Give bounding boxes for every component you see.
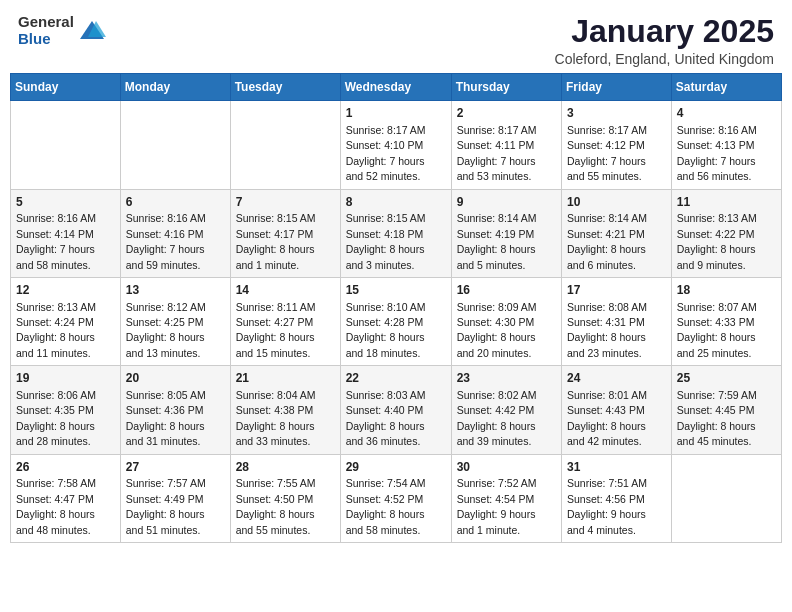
calendar-cell: 16Sunrise: 8:09 AM Sunset: 4:30 PM Dayli…	[451, 277, 561, 365]
day-detail: Sunrise: 8:17 AM Sunset: 4:12 PM Dayligh…	[567, 124, 647, 182]
calendar-cell: 29Sunrise: 7:54 AM Sunset: 4:52 PM Dayli…	[340, 454, 451, 542]
day-number: 29	[346, 459, 446, 476]
day-number: 6	[126, 194, 225, 211]
day-number: 10	[567, 194, 666, 211]
calendar-cell	[120, 101, 230, 189]
calendar-table: SundayMondayTuesdayWednesdayThursdayFrid…	[10, 73, 782, 543]
day-detail: Sunrise: 8:13 AM Sunset: 4:22 PM Dayligh…	[677, 212, 757, 270]
day-detail: Sunrise: 8:09 AM Sunset: 4:30 PM Dayligh…	[457, 301, 537, 359]
day-detail: Sunrise: 8:10 AM Sunset: 4:28 PM Dayligh…	[346, 301, 426, 359]
day-detail: Sunrise: 8:02 AM Sunset: 4:42 PM Dayligh…	[457, 389, 537, 447]
calendar-cell	[230, 101, 340, 189]
logo-blue: Blue	[18, 31, 74, 48]
header-day-monday: Monday	[120, 74, 230, 101]
day-number: 28	[236, 459, 335, 476]
day-detail: Sunrise: 8:07 AM Sunset: 4:33 PM Dayligh…	[677, 301, 757, 359]
calendar-cell: 18Sunrise: 8:07 AM Sunset: 4:33 PM Dayli…	[671, 277, 781, 365]
day-detail: Sunrise: 8:15 AM Sunset: 4:18 PM Dayligh…	[346, 212, 426, 270]
calendar-cell: 26Sunrise: 7:58 AM Sunset: 4:47 PM Dayli…	[11, 454, 121, 542]
day-detail: Sunrise: 8:16 AM Sunset: 4:16 PM Dayligh…	[126, 212, 206, 270]
header-day-wednesday: Wednesday	[340, 74, 451, 101]
calendar-cell: 5Sunrise: 8:16 AM Sunset: 4:14 PM Daylig…	[11, 189, 121, 277]
day-detail: Sunrise: 8:11 AM Sunset: 4:27 PM Dayligh…	[236, 301, 316, 359]
day-detail: Sunrise: 8:04 AM Sunset: 4:38 PM Dayligh…	[236, 389, 316, 447]
calendar-week-4: 19Sunrise: 8:06 AM Sunset: 4:35 PM Dayli…	[11, 366, 782, 454]
day-number: 30	[457, 459, 556, 476]
calendar-cell: 4Sunrise: 8:16 AM Sunset: 4:13 PM Daylig…	[671, 101, 781, 189]
day-detail: Sunrise: 7:54 AM Sunset: 4:52 PM Dayligh…	[346, 477, 426, 535]
title-block: January 2025 Coleford, England, United K…	[555, 14, 774, 67]
day-detail: Sunrise: 8:17 AM Sunset: 4:11 PM Dayligh…	[457, 124, 537, 182]
day-number: 11	[677, 194, 776, 211]
day-detail: Sunrise: 8:15 AM Sunset: 4:17 PM Dayligh…	[236, 212, 316, 270]
day-number: 2	[457, 105, 556, 122]
day-number: 19	[16, 370, 115, 387]
day-number: 1	[346, 105, 446, 122]
calendar-cell: 31Sunrise: 7:51 AM Sunset: 4:56 PM Dayli…	[562, 454, 672, 542]
day-detail: Sunrise: 8:01 AM Sunset: 4:43 PM Dayligh…	[567, 389, 647, 447]
calendar-cell: 24Sunrise: 8:01 AM Sunset: 4:43 PM Dayli…	[562, 366, 672, 454]
calendar-cell: 6Sunrise: 8:16 AM Sunset: 4:16 PM Daylig…	[120, 189, 230, 277]
calendar-outer: SundayMondayTuesdayWednesdayThursdayFrid…	[0, 73, 792, 553]
day-number: 24	[567, 370, 666, 387]
calendar-cell: 28Sunrise: 7:55 AM Sunset: 4:50 PM Dayli…	[230, 454, 340, 542]
header-row: SundayMondayTuesdayWednesdayThursdayFrid…	[11, 74, 782, 101]
calendar-cell: 23Sunrise: 8:02 AM Sunset: 4:42 PM Dayli…	[451, 366, 561, 454]
day-detail: Sunrise: 7:58 AM Sunset: 4:47 PM Dayligh…	[16, 477, 96, 535]
calendar-week-3: 12Sunrise: 8:13 AM Sunset: 4:24 PM Dayli…	[11, 277, 782, 365]
logo-icon	[78, 17, 106, 45]
calendar-cell: 12Sunrise: 8:13 AM Sunset: 4:24 PM Dayli…	[11, 277, 121, 365]
day-number: 20	[126, 370, 225, 387]
calendar-cell	[11, 101, 121, 189]
header-day-tuesday: Tuesday	[230, 74, 340, 101]
calendar-cell	[671, 454, 781, 542]
calendar-cell: 7Sunrise: 8:15 AM Sunset: 4:17 PM Daylig…	[230, 189, 340, 277]
day-number: 25	[677, 370, 776, 387]
calendar-cell: 20Sunrise: 8:05 AM Sunset: 4:36 PM Dayli…	[120, 366, 230, 454]
calendar-cell: 2Sunrise: 8:17 AM Sunset: 4:11 PM Daylig…	[451, 101, 561, 189]
day-detail: Sunrise: 7:51 AM Sunset: 4:56 PM Dayligh…	[567, 477, 647, 535]
calendar-week-5: 26Sunrise: 7:58 AM Sunset: 4:47 PM Dayli…	[11, 454, 782, 542]
calendar-week-1: 1Sunrise: 8:17 AM Sunset: 4:10 PM Daylig…	[11, 101, 782, 189]
header-day-thursday: Thursday	[451, 74, 561, 101]
calendar-cell: 11Sunrise: 8:13 AM Sunset: 4:22 PM Dayli…	[671, 189, 781, 277]
day-detail: Sunrise: 8:05 AM Sunset: 4:36 PM Dayligh…	[126, 389, 206, 447]
calendar-cell: 25Sunrise: 7:59 AM Sunset: 4:45 PM Dayli…	[671, 366, 781, 454]
calendar-cell: 14Sunrise: 8:11 AM Sunset: 4:27 PM Dayli…	[230, 277, 340, 365]
day-number: 23	[457, 370, 556, 387]
header-day-saturday: Saturday	[671, 74, 781, 101]
calendar-cell: 13Sunrise: 8:12 AM Sunset: 4:25 PM Dayli…	[120, 277, 230, 365]
calendar-cell: 21Sunrise: 8:04 AM Sunset: 4:38 PM Dayli…	[230, 366, 340, 454]
day-number: 3	[567, 105, 666, 122]
logo: General Blue	[18, 14, 106, 47]
day-detail: Sunrise: 8:14 AM Sunset: 4:21 PM Dayligh…	[567, 212, 647, 270]
calendar-cell: 8Sunrise: 8:15 AM Sunset: 4:18 PM Daylig…	[340, 189, 451, 277]
day-detail: Sunrise: 8:17 AM Sunset: 4:10 PM Dayligh…	[346, 124, 426, 182]
day-detail: Sunrise: 8:13 AM Sunset: 4:24 PM Dayligh…	[16, 301, 96, 359]
day-number: 4	[677, 105, 776, 122]
day-number: 17	[567, 282, 666, 299]
day-number: 9	[457, 194, 556, 211]
day-detail: Sunrise: 7:55 AM Sunset: 4:50 PM Dayligh…	[236, 477, 316, 535]
calendar-cell: 10Sunrise: 8:14 AM Sunset: 4:21 PM Dayli…	[562, 189, 672, 277]
day-detail: Sunrise: 8:08 AM Sunset: 4:31 PM Dayligh…	[567, 301, 647, 359]
header-day-sunday: Sunday	[11, 74, 121, 101]
day-detail: Sunrise: 7:57 AM Sunset: 4:49 PM Dayligh…	[126, 477, 206, 535]
calendar-cell: 9Sunrise: 8:14 AM Sunset: 4:19 PM Daylig…	[451, 189, 561, 277]
day-number: 16	[457, 282, 556, 299]
month-title: January 2025	[555, 14, 774, 49]
day-detail: Sunrise: 8:14 AM Sunset: 4:19 PM Dayligh…	[457, 212, 537, 270]
calendar-cell: 17Sunrise: 8:08 AM Sunset: 4:31 PM Dayli…	[562, 277, 672, 365]
day-detail: Sunrise: 8:12 AM Sunset: 4:25 PM Dayligh…	[126, 301, 206, 359]
day-detail: Sunrise: 7:52 AM Sunset: 4:54 PM Dayligh…	[457, 477, 537, 535]
calendar-cell: 1Sunrise: 8:17 AM Sunset: 4:10 PM Daylig…	[340, 101, 451, 189]
calendar-week-2: 5Sunrise: 8:16 AM Sunset: 4:14 PM Daylig…	[11, 189, 782, 277]
header-day-friday: Friday	[562, 74, 672, 101]
calendar-header: SundayMondayTuesdayWednesdayThursdayFrid…	[11, 74, 782, 101]
logo-text: General Blue	[18, 14, 74, 47]
calendar-cell: 3Sunrise: 8:17 AM Sunset: 4:12 PM Daylig…	[562, 101, 672, 189]
calendar-cell: 15Sunrise: 8:10 AM Sunset: 4:28 PM Dayli…	[340, 277, 451, 365]
day-number: 14	[236, 282, 335, 299]
calendar-body: 1Sunrise: 8:17 AM Sunset: 4:10 PM Daylig…	[11, 101, 782, 543]
calendar-cell: 30Sunrise: 7:52 AM Sunset: 4:54 PM Dayli…	[451, 454, 561, 542]
